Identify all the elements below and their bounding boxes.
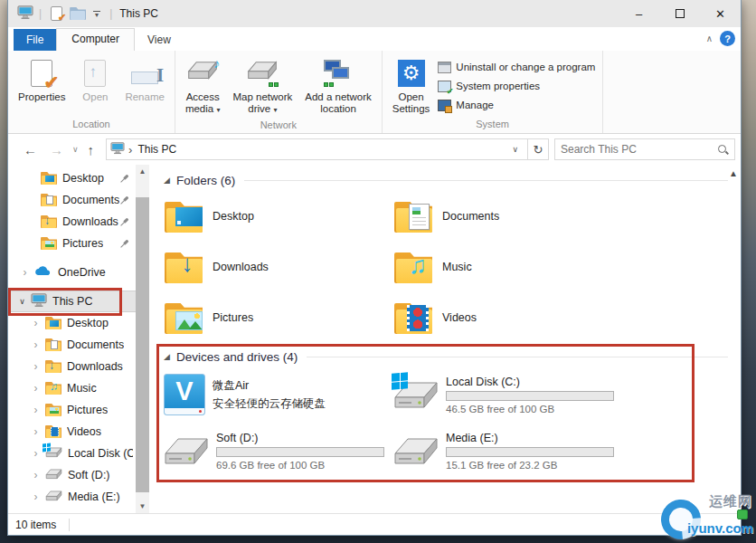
scroll-down-icon[interactable]: ▼ bbox=[136, 500, 149, 513]
weipan-cloud-drive-icon: V bbox=[164, 374, 205, 415]
sidebar-item-pictures-qa[interactable]: Pictures bbox=[8, 233, 149, 254]
chevron-right-icon[interactable]: › bbox=[30, 317, 42, 329]
properties-icon: ✔ bbox=[31, 60, 52, 87]
minimize-ribbon-icon[interactable]: ∧ bbox=[706, 33, 713, 43]
tab-view[interactable]: View bbox=[135, 30, 184, 51]
chevron-right-icon[interactable]: › bbox=[30, 404, 42, 416]
tab-computer[interactable]: Computer bbox=[56, 28, 135, 51]
main-area: Desktop Documents ↓ Downloads Pictures ›… bbox=[8, 165, 741, 513]
sidebar-item-documents[interactable]: › Documents bbox=[8, 334, 149, 356]
sidebar-item-desktop[interactable]: › Desktop bbox=[8, 312, 149, 334]
disk-usage-bar bbox=[446, 391, 614, 401]
qat-new-folder-button[interactable] bbox=[66, 5, 90, 22]
scrollbar-thumb[interactable] bbox=[136, 197, 149, 492]
breadcrumb-separator: › bbox=[128, 143, 132, 157]
chevron-right-icon[interactable]: › bbox=[30, 425, 42, 438]
disk-usage-bar bbox=[446, 447, 614, 457]
system-properties-button[interactable]: System properties bbox=[438, 78, 595, 94]
breadcrumb[interactable]: › This PC ∨ bbox=[106, 138, 528, 160]
pictures-folder-icon bbox=[45, 404, 61, 416]
device-tile-weipan[interactable]: V 微盘Air 安全轻便的云存储硬盘 bbox=[164, 369, 393, 420]
sidebar-item-downloads[interactable]: › ↓ Downloads bbox=[8, 356, 149, 377]
sidebar-item-soft-d[interactable]: › Soft (D:) bbox=[8, 464, 149, 486]
chevron-right-icon[interactable]: › bbox=[30, 382, 42, 395]
close-button[interactable]: ✕ bbox=[700, 0, 741, 27]
sidebar-scrollbar[interactable]: ▲ ▼ bbox=[136, 165, 149, 513]
sidebar-item-pictures[interactable]: › Pictures bbox=[8, 399, 149, 421]
breadcrumb-this-pc[interactable]: This PC bbox=[137, 143, 176, 156]
address-dropdown-icon[interactable]: ∨ bbox=[506, 145, 524, 154]
sidebar-item-desktop-qa[interactable]: Desktop bbox=[8, 167, 149, 189]
rename-button[interactable]: I Rename bbox=[118, 54, 170, 106]
group-label-location: Location bbox=[12, 118, 171, 133]
folder-tile-documents[interactable]: Documents bbox=[393, 193, 728, 240]
folder-tile-downloads[interactable]: ↓ Downloads bbox=[164, 243, 393, 291]
device-tile-local-disk-c[interactable]: Local Disk (C:) 46.5 GB free of 100 GB bbox=[393, 369, 728, 420]
window-title: This PC bbox=[119, 7, 158, 20]
device-tile-media-e[interactable]: Media (E:) 15.1 GB free of 23.2 GB bbox=[393, 425, 728, 476]
sidebar-item-onedrive[interactable]: › OneDrive bbox=[8, 262, 149, 283]
back-icon[interactable]: ← bbox=[17, 142, 43, 157]
chevron-right-icon[interactable]: › bbox=[30, 469, 42, 481]
forward-icon[interactable]: → bbox=[43, 142, 70, 157]
access-media-button[interactable]: ♪ Accessmedia ▾ bbox=[179, 54, 227, 119]
ribbon-group-location: ✔ Properties ↑ Open I Rename Location bbox=[8, 51, 175, 133]
map-network-drive-button[interactable]: Map networkdrive ▾ bbox=[226, 54, 298, 119]
collapse-triangle-icon[interactable]: ◢ bbox=[164, 352, 170, 361]
scroll-up-icon[interactable]: ▲ bbox=[136, 165, 149, 178]
sidebar-item-this-pc[interactable]: ∨ This PC bbox=[8, 291, 149, 312]
folder-tile-videos[interactable]: Videos bbox=[393, 294, 728, 341]
collapse-triangle-icon[interactable]: ◢ bbox=[164, 176, 170, 185]
search-box[interactable] bbox=[554, 138, 735, 160]
properties-button[interactable]: ✔ Properties bbox=[12, 54, 71, 106]
desktop-folder-icon bbox=[45, 317, 61, 329]
devices-section-header[interactable]: ◢ Devices and drives (4) bbox=[164, 348, 728, 365]
folder-tile-desktop[interactable]: Desktop bbox=[164, 193, 393, 240]
disk-usage-bar bbox=[216, 447, 384, 457]
device-tile-soft-d[interactable]: Soft (D:) 69.6 GB free of 100 GB bbox=[164, 425, 393, 476]
sidebar-item-music[interactable]: › ♫ Music bbox=[8, 377, 149, 399]
open-icon: ↑ bbox=[84, 60, 106, 87]
chevron-right-icon[interactable]: › bbox=[19, 266, 31, 279]
help-icon[interactable]: ? bbox=[720, 31, 735, 46]
sidebar-item-videos[interactable]: › Videos bbox=[8, 421, 149, 443]
chevron-right-icon[interactable]: › bbox=[30, 491, 42, 503]
qat-properties-button[interactable]: ✔ bbox=[47, 5, 66, 23]
item-count: 10 items bbox=[15, 519, 56, 531]
folder-icon bbox=[70, 7, 86, 20]
pictures-folder-icon bbox=[41, 237, 57, 250]
folder-tile-pictures[interactable]: Pictures bbox=[164, 294, 393, 341]
add-network-location-button[interactable]: Add a networklocation bbox=[298, 54, 378, 118]
chevron-right-icon[interactable]: › bbox=[30, 338, 42, 351]
sidebar-item-documents-qa[interactable]: Documents bbox=[8, 189, 149, 211]
recent-locations-icon[interactable]: ∨ bbox=[70, 145, 81, 154]
ribbon: ✔ Properties ↑ Open I Rename Location bbox=[8, 51, 741, 134]
open-settings-button[interactable]: ⚙ OpenSettings bbox=[386, 54, 437, 118]
watermark-green-icon bbox=[737, 510, 748, 519]
rename-icon: I bbox=[131, 71, 158, 84]
pin-icon bbox=[118, 172, 132, 186]
manage-button[interactable]: Manage bbox=[438, 97, 595, 113]
chevron-down-icon[interactable]: ∨ bbox=[16, 297, 28, 306]
minimize-button[interactable]: – bbox=[619, 0, 659, 27]
tab-file[interactable]: File bbox=[14, 29, 56, 51]
search-icon[interactable] bbox=[717, 144, 729, 156]
qat-customize-button[interactable]: ▾ bbox=[90, 9, 104, 19]
uninstall-program-button[interactable]: Uninstall or change a program bbox=[438, 59, 595, 75]
manage-icon bbox=[438, 100, 451, 111]
refresh-icon[interactable]: ↻ bbox=[528, 138, 549, 160]
open-button[interactable]: ↑ Open bbox=[71, 54, 118, 106]
music-folder-icon: ♫ bbox=[45, 382, 61, 395]
ribbon-group-network: ♪ Accessmedia ▾ Map networkdrive ▾ bbox=[175, 51, 383, 133]
search-input[interactable] bbox=[561, 143, 717, 156]
chevron-right-icon[interactable]: › bbox=[30, 447, 42, 460]
chevron-right-icon[interactable]: › bbox=[30, 360, 42, 373]
content-scroll-up-icon[interactable]: ▲ bbox=[729, 168, 738, 178]
folders-section-header[interactable]: ◢ Folders (6) bbox=[164, 172, 728, 188]
sidebar-item-local-disk-c[interactable]: › Local Disk (C:) bbox=[8, 443, 149, 464]
up-icon[interactable]: ↑ bbox=[81, 142, 101, 157]
sidebar-item-media-e[interactable]: › Media (E:) bbox=[8, 486, 149, 508]
folder-tile-music[interactable]: ♫ Music bbox=[393, 243, 728, 291]
maximize-button[interactable] bbox=[659, 0, 700, 27]
sidebar-item-downloads-qa[interactable]: ↓ Downloads bbox=[8, 211, 149, 233]
